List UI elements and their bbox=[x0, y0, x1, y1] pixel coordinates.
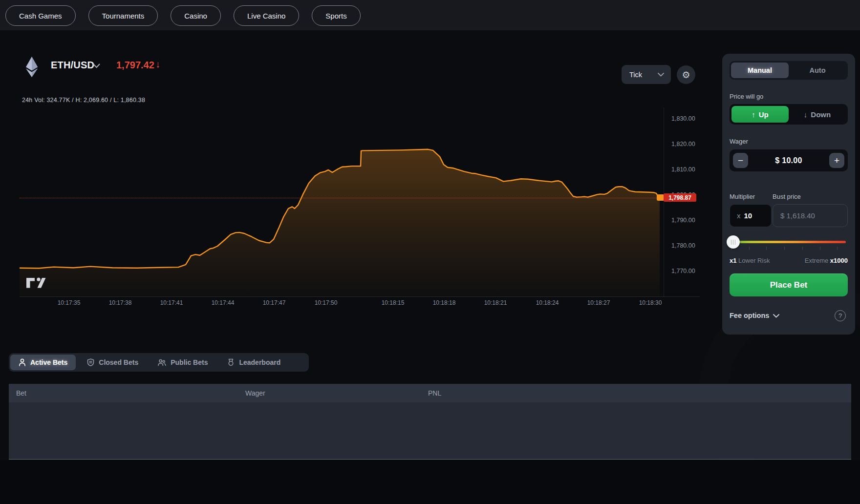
gear-icon: ⚙ bbox=[682, 69, 690, 81]
wager-decrease-button[interactable]: − bbox=[733, 153, 748, 168]
time-axis-label: 10:17:50 bbox=[315, 299, 338, 306]
time-axis-label: 10:18:30 bbox=[639, 299, 662, 306]
help-button[interactable]: ? bbox=[835, 310, 846, 321]
time-axis-label: 10:17:35 bbox=[58, 299, 81, 306]
current-price-tag: 1,798.87 bbox=[664, 193, 696, 202]
app-root: Cash Games Tournaments Casino Live Casin… bbox=[0, 0, 860, 504]
person-icon bbox=[19, 358, 26, 366]
time-axis-label: 10:18:24 bbox=[536, 299, 559, 306]
time-axis-label: 10:17:47 bbox=[263, 299, 286, 306]
price-axis-label: 1,830.00 bbox=[671, 115, 706, 122]
current-price: 1,797.42 bbox=[116, 60, 154, 71]
fee-options-toggle[interactable]: Fee options bbox=[730, 312, 769, 319]
price-axis-border bbox=[664, 107, 664, 297]
wager-label: Wager bbox=[730, 138, 748, 145]
tab-manual[interactable]: Manual bbox=[731, 63, 789, 78]
time-axis-label: 10:17:44 bbox=[212, 299, 235, 306]
place-bet-button[interactable]: Place Bet bbox=[730, 273, 848, 296]
direction-toggle: ↑ Up ↓ Down bbox=[730, 104, 848, 125]
tab-public-bets[interactable]: Public Bets bbox=[150, 355, 216, 370]
time-axis-label: 10:18:18 bbox=[433, 299, 456, 306]
mode-tabs: Manual Auto bbox=[730, 61, 848, 80]
risk-min-text: Lower Risk bbox=[738, 257, 770, 264]
multiplier-prefix: x bbox=[737, 211, 741, 220]
price-area bbox=[20, 149, 660, 297]
ethereum-icon bbox=[25, 57, 38, 77]
time-axis-label: 10:17:41 bbox=[160, 299, 183, 306]
price-axis-label: 1,820.00 bbox=[671, 141, 706, 147]
chevron-down-icon[interactable] bbox=[93, 63, 100, 68]
chart-settings-button[interactable]: ⚙ bbox=[677, 65, 695, 84]
slider-tick bbox=[749, 247, 750, 250]
risk-slider-handle[interactable] bbox=[727, 235, 740, 249]
price-chart-svg bbox=[20, 107, 663, 297]
question-mark-icon: ? bbox=[838, 312, 842, 319]
wager-increase-button[interactable]: + bbox=[829, 153, 844, 168]
users-icon bbox=[158, 358, 166, 366]
nav-sports[interactable]: Sports bbox=[312, 5, 360, 26]
nav-tournaments[interactable]: Tournaments bbox=[88, 5, 158, 26]
top-nav: Cash Games Tournaments Casino Live Casin… bbox=[0, 0, 860, 30]
risk-min-multiplier: x1 bbox=[730, 257, 736, 264]
time-axis-border bbox=[20, 296, 700, 297]
nav-live-casino[interactable]: Live Casino bbox=[234, 5, 299, 26]
slider-tick bbox=[837, 247, 838, 250]
tab-auto[interactable]: Auto bbox=[789, 63, 846, 78]
fee-options-row: Fee options ? bbox=[730, 312, 848, 319]
risk-max-text: Extreme bbox=[805, 257, 828, 264]
time-axis-label: 10:18:21 bbox=[484, 299, 507, 306]
market-stats: 24h Vol: 324.77K / H: 2,069.60 / L: 1,86… bbox=[22, 97, 145, 104]
slider-tick bbox=[784, 247, 785, 250]
bets-tabs: Active Bets Closed Bets Public Bets Le bbox=[9, 353, 309, 372]
column-header-pnl: PNL bbox=[428, 389, 441, 397]
price-axis-label: 1,810.00 bbox=[671, 166, 706, 173]
nav-cash-games[interactable]: Cash Games bbox=[5, 5, 76, 26]
wager-input-group: $ 10.00 − + bbox=[730, 149, 848, 171]
chevron-down-icon bbox=[658, 73, 664, 77]
up-arrow-icon: ↑ bbox=[752, 110, 755, 119]
price-axis-label: 1,780.00 bbox=[671, 242, 706, 249]
slider-tick bbox=[766, 247, 767, 250]
price-direction-down-icon: ↓ bbox=[155, 59, 160, 70]
down-arrow-icon: ↓ bbox=[804, 110, 808, 119]
column-header-bet: Bet bbox=[16, 389, 26, 397]
risk-slider-track[interactable] bbox=[731, 241, 846, 243]
multiplier-input[interactable]: x 10 bbox=[730, 204, 772, 227]
top-nav-scroll: Cash Games Tournaments Casino Live Casin… bbox=[0, 0, 363, 30]
shield-icon bbox=[87, 358, 94, 366]
multiplier-label: Multiplier bbox=[730, 193, 755, 200]
tab-closed-bets[interactable]: Closed Bets bbox=[79, 355, 147, 370]
pair-selector-label[interactable]: ETH/USD bbox=[51, 60, 94, 71]
risk-max-multiplier: x1000 bbox=[830, 257, 848, 264]
bust-price-label: Bust price bbox=[773, 193, 801, 200]
slider-tick bbox=[802, 247, 803, 250]
time-axis-label: 10:18:15 bbox=[382, 299, 405, 306]
up-button[interactable]: ↑ Up bbox=[731, 106, 789, 123]
risk-labels: x1 Lower Risk Extreme x1000 bbox=[730, 257, 848, 264]
time-axis-label: 10:17:38 bbox=[109, 299, 132, 306]
slider-tick bbox=[820, 247, 820, 250]
chevron-down-icon[interactable] bbox=[773, 314, 779, 318]
bets-table-body bbox=[9, 402, 851, 460]
tab-leaderboard[interactable]: Leaderboard bbox=[219, 355, 289, 370]
column-header-wager: Wager bbox=[245, 389, 265, 397]
interval-value: Tick bbox=[629, 71, 642, 79]
tradingview-logo[interactable] bbox=[25, 275, 46, 290]
down-button[interactable]: ↓ Down bbox=[789, 106, 846, 123]
nav-casino[interactable]: Casino bbox=[171, 5, 221, 26]
price-chart[interactable] bbox=[20, 107, 663, 297]
interval-dropdown[interactable]: Tick bbox=[622, 65, 671, 84]
time-axis-label: 10:18:27 bbox=[587, 299, 610, 306]
price-axis-label: 1,770.00 bbox=[671, 268, 706, 274]
multiplier-value: 10 bbox=[744, 211, 752, 220]
footer-background bbox=[0, 460, 860, 504]
medal-icon bbox=[227, 358, 235, 366]
price-will-go-label: Price will go bbox=[730, 93, 763, 100]
bet-panel: Manual Auto Price will go ↑ Up ↓ Down Wa… bbox=[722, 54, 855, 335]
tab-active-bets[interactable]: Active Bets bbox=[10, 355, 76, 370]
bets-table-header: Bet Wager PNL bbox=[9, 384, 851, 402]
bust-price-input[interactable]: $ 1,618.40 bbox=[773, 204, 848, 227]
price-axis-label: 1,790.00 bbox=[671, 217, 706, 224]
